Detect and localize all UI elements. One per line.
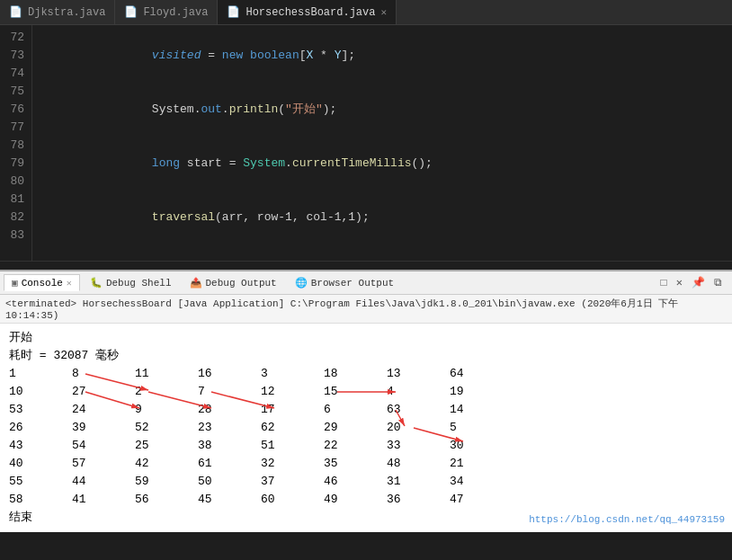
line-numbers: 72 73 74 75 76 77 78 79 80 81 82 83 <box>0 25 32 261</box>
grid-cell: 44 <box>72 473 135 491</box>
debug-shell-label: Debug Shell <box>106 278 172 289</box>
grid-cell: 40 <box>9 455 72 473</box>
terminated-bar: <terminated> HorsechessBoard [Java Appli… <box>0 295 732 324</box>
grid-cell: 27 <box>72 383 135 401</box>
grid-cell: 54 <box>72 437 135 455</box>
close-console-button[interactable]: ✕ <box>674 275 685 290</box>
output-line-time: 耗时 = 32087 毫秒 <box>9 347 723 365</box>
grid-cell <box>513 455 576 473</box>
grid-cell: 28 <box>198 401 261 419</box>
grid-cell: 61 <box>198 455 261 473</box>
grid-cell: 63 <box>387 401 450 419</box>
open-new-window-button[interactable]: ⧉ <box>711 276 725 290</box>
grid-cell: 29 <box>324 419 387 437</box>
grid-cell: 45 <box>198 491 261 509</box>
grid-cell <box>513 365 576 383</box>
browser-output-icon: 🌐 <box>295 277 308 289</box>
grid-cell: 39 <box>72 419 135 437</box>
browser-output-label: Browser Output <box>311 278 394 289</box>
console-tab-browser-output[interactable]: 🌐 Browser Output <box>287 274 402 291</box>
code-line-75: traversal(arr, row-1, col-1,1); <box>40 191 725 244</box>
debug-output-label: Debug Output <box>206 278 277 289</box>
grid-cell: 5 <box>450 419 513 437</box>
code-line-73: System.out.println("开始"); <box>40 83 725 137</box>
console-icon: ▣ <box>12 277 18 289</box>
grid-cell: 58 <box>9 491 72 509</box>
console-tab-debug-shell[interactable]: 🐛 Debug Shell <box>82 274 180 291</box>
grid-cell: 30 <box>450 437 513 455</box>
code-line-76: long end = System.currentTimeMillis(); <box>40 244 725 261</box>
grid-cell: 1 <box>9 365 72 383</box>
grid-cell: 59 <box>135 473 198 491</box>
grid-cell <box>513 491 576 509</box>
debug-output-icon: 📤 <box>190 277 202 289</box>
number-grid: 1 8 11 16 3 18 13 64 10 27 2 7 12 15 4 1… <box>9 365 723 509</box>
tab-horsechess[interactable]: 📄 HorsechessBoard.java ✕ <box>218 0 397 24</box>
grid-cell: 64 <box>450 365 513 383</box>
console-tab-close[interactable]: ✕ <box>67 278 72 289</box>
grid-cell: 43 <box>9 437 72 455</box>
tab-label-djkstra: Djkstra.java <box>28 6 105 19</box>
grid-cell: 31 <box>387 473 450 491</box>
grid-cell: 37 <box>261 473 324 491</box>
tab-bar: 📄 Djkstra.java 📄 Floyd.java 📄 Horsechess… <box>0 0 732 25</box>
file-icon-3: 📄 <box>227 5 240 19</box>
grid-cell: 51 <box>261 437 324 455</box>
terminated-text: <terminated> HorsechessBoard [Java Appli… <box>5 298 678 321</box>
console-toolbar: □ ✕ 📌 ⧉ <box>658 275 728 290</box>
pin-button[interactable]: 📌 <box>689 275 708 290</box>
code-content: visited = new boolean[X * Y]; System.out… <box>32 25 732 261</box>
grid-cell: 53 <box>9 401 72 419</box>
grid-cell: 18 <box>324 365 387 383</box>
grid-cell: 62 <box>261 419 324 437</box>
grid-cell: 56 <box>135 491 198 509</box>
grid-cell: 60 <box>261 491 324 509</box>
grid-cell: 4 <box>387 383 450 401</box>
grid-cell: 2 <box>135 383 198 401</box>
debug-shell-icon: 🐛 <box>90 277 103 289</box>
grid-cell: 57 <box>72 455 135 473</box>
minimize-button[interactable]: □ <box>658 276 670 290</box>
grid-cell: 15 <box>324 383 387 401</box>
grid-cell: 6 <box>324 401 387 419</box>
tab-floyd[interactable]: 📄 Floyd.java <box>115 0 218 24</box>
grid-cell <box>513 401 576 419</box>
watermark: https://blog.csdn.net/qq_44973159 <box>529 511 725 529</box>
grid-cell: 8 <box>72 365 135 383</box>
grid-cell: 12 <box>261 383 324 401</box>
file-icon: 📄 <box>9 5 22 19</box>
code-area: 72 73 74 75 76 77 78 79 80 81 82 83 visi… <box>0 25 732 261</box>
grid-cell: 23 <box>198 419 261 437</box>
console-tab-bar: ▣ Console ✕ 🐛 Debug Shell 📤 Debug Output… <box>0 271 732 295</box>
grid-cell: 9 <box>135 401 198 419</box>
grid-cell: 48 <box>387 455 450 473</box>
console-output[interactable]: 开始 耗时 = 32087 毫秒 1 8 11 16 3 18 13 64 10… <box>0 324 732 532</box>
grid-cell: 55 <box>9 473 72 491</box>
code-line-74: long start = System.currentTimeMillis(); <box>40 137 725 191</box>
grid-cell: 38 <box>198 437 261 455</box>
tab-close-horsechess[interactable]: ✕ <box>380 6 387 18</box>
grid-cell: 21 <box>450 455 513 473</box>
tab-djkstra[interactable]: 📄 Djkstra.java <box>0 0 115 24</box>
editor-scrollbar[interactable] <box>0 261 732 270</box>
grid-cell: 52 <box>135 419 198 437</box>
grid-cell <box>513 419 576 437</box>
grid-cell: 50 <box>198 473 261 491</box>
grid-cell: 41 <box>72 491 135 509</box>
grid-cell: 16 <box>198 365 261 383</box>
grid-cell: 36 <box>387 491 450 509</box>
grid-cell: 35 <box>324 455 387 473</box>
grid-cell: 11 <box>135 365 198 383</box>
editor-area: 📄 Djkstra.java 📄 Floyd.java 📄 Horsechess… <box>0 0 732 270</box>
console-area: ▣ Console ✕ 🐛 Debug Shell 📤 Debug Output… <box>0 270 732 532</box>
file-icon-2: 📄 <box>124 5 138 19</box>
grid-container: 1 8 11 16 3 18 13 64 10 27 2 7 12 15 4 1… <box>9 365 723 509</box>
grid-cell: 17 <box>261 401 324 419</box>
grid-cell: 25 <box>135 437 198 455</box>
grid-cell: 7 <box>198 383 261 401</box>
grid-cell: 20 <box>387 419 450 437</box>
output-line-start: 开始 <box>9 329 723 347</box>
console-tab-console[interactable]: ▣ Console ✕ <box>4 274 80 291</box>
console-tab-debug-output[interactable]: 📤 Debug Output <box>182 274 285 291</box>
grid-cell: 46 <box>324 473 387 491</box>
